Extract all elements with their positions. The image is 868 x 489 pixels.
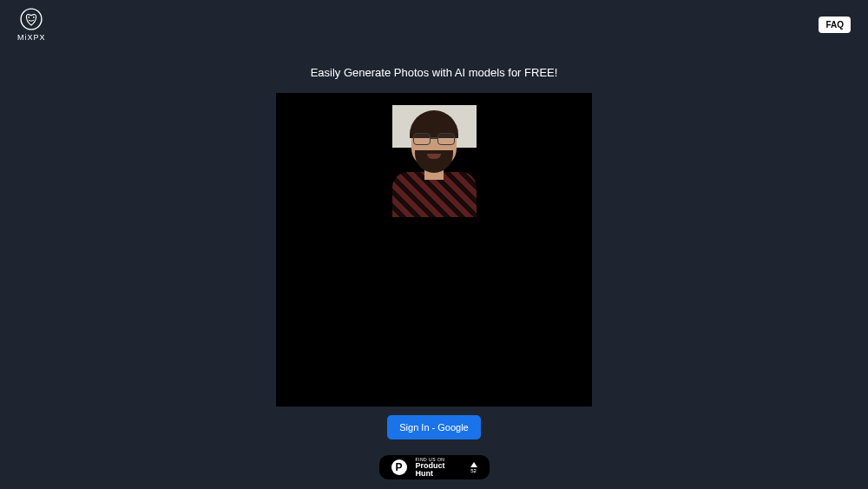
preview-area (276, 93, 592, 406)
producthunt-text: FIND US ON Product Hunt (416, 458, 462, 478)
producthunt-badge[interactable]: P FIND US ON Product Hunt 52 (379, 455, 490, 479)
brand-icon (19, 7, 43, 31)
tagline-text: Easily Generate Photos with AI models fo… (311, 66, 558, 79)
user-photo (392, 105, 477, 217)
svg-point-2 (33, 17, 35, 18)
producthunt-name: Product Hunt (416, 462, 462, 478)
brand-name: MiXPX (17, 33, 46, 42)
producthunt-icon: P (391, 459, 407, 475)
svg-point-1 (29, 17, 30, 18)
svg-point-0 (21, 9, 42, 30)
upvote-icon (470, 462, 477, 467)
main-content: Easily Generate Photos with AI models fo… (0, 49, 868, 479)
header: MiXPX FAQ (0, 0, 868, 49)
upvote-count: 52 (470, 468, 477, 473)
faq-button[interactable]: FAQ (819, 17, 851, 33)
signin-google-button[interactable]: Sign In - Google (387, 415, 481, 439)
producthunt-upvote: 52 (470, 462, 477, 473)
brand-logo[interactable]: MiXPX (17, 7, 46, 42)
